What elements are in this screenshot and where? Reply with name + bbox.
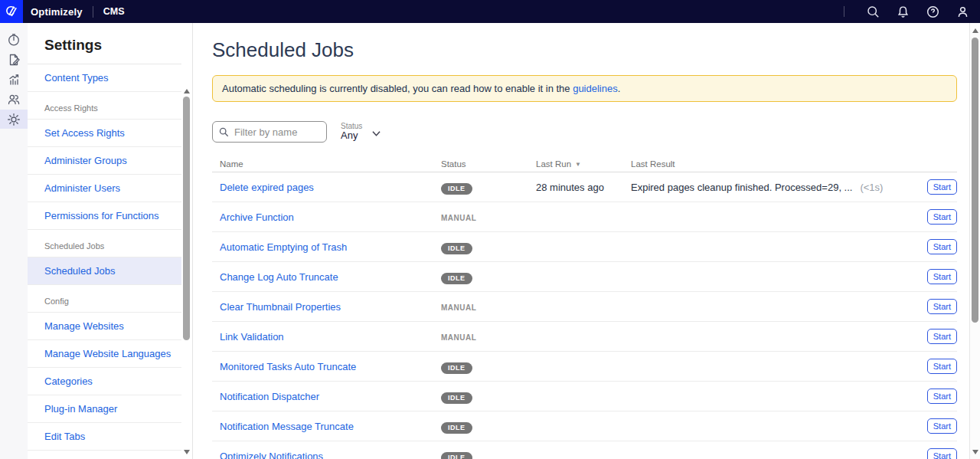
job-action-cell: Start — [903, 299, 957, 314]
brand-name: Optimizely — [31, 6, 83, 18]
profile-icon[interactable] — [952, 2, 972, 21]
job-name-link[interactable]: Delete expired pages — [220, 182, 314, 193]
job-name-link[interactable]: Automatic Emptying of Trash — [220, 241, 347, 253]
start-button[interactable]: Start — [927, 179, 957, 195]
topbar-separator — [844, 6, 844, 17]
sidebar-item-manage-website-languages[interactable]: Manage Website Languages — [28, 340, 181, 368]
sidebar-item-scheduled-jobs[interactable]: Scheduled Jobs — [28, 257, 181, 285]
page-scroll-down-arrow-icon[interactable] — [972, 450, 978, 454]
status-badge-idle: IDLE — [441, 422, 472, 434]
content-edit-icon[interactable] — [0, 50, 28, 69]
sidebar-item-permissions-for-functions[interactable]: Permissions for Functions — [28, 202, 181, 230]
start-button[interactable]: Start — [927, 389, 957, 404]
optimizely-logo-icon — [4, 4, 19, 19]
banner-suffix: . — [618, 83, 621, 94]
sidebar-section-config: Config — [28, 285, 181, 313]
topbar-divider — [93, 6, 93, 18]
job-action-cell: Start — [903, 179, 957, 195]
job-name-link[interactable]: Clear Thumbnail Properties — [220, 301, 341, 313]
sidebar-item-manage-websites[interactable]: Manage Websites — [28, 313, 181, 340]
job-last-result-cell: Expired pages cleanup finished. Processe… — [631, 180, 903, 194]
scroll-down-arrow-icon[interactable] — [184, 450, 190, 454]
job-name-link[interactable]: Notification Dispatcher — [220, 391, 319, 402]
column-header-last-run[interactable]: Last Run▼ — [536, 159, 631, 169]
job-action-cell: Start — [903, 209, 957, 225]
users-icon[interactable] — [0, 90, 28, 109]
sidebar-item-plug-in-manager[interactable]: Plug-in Manager — [28, 395, 181, 423]
notifications-icon[interactable] — [893, 2, 913, 21]
jobs-table-body: Delete expired pagesIDLE28 minutes agoEx… — [212, 172, 957, 459]
job-action-cell: Start — [903, 359, 957, 374]
settings-gear-icon[interactable] — [0, 110, 28, 129]
start-button[interactable]: Start — [927, 299, 957, 314]
column-header-last-result: Last Result — [631, 159, 903, 169]
job-name-link[interactable]: Monitored Tasks Auto Truncate — [220, 361, 356, 372]
guidelines-link[interactable]: guidelines — [573, 83, 618, 94]
optimizely-logo[interactable] — [0, 0, 23, 23]
job-row: Notification Message TruncateIDLEStart — [212, 411, 957, 441]
sidebar-item-administer-users[interactable]: Administer Users — [28, 175, 181, 202]
page-scroll-up-arrow-icon[interactable] — [972, 28, 978, 33]
sidebar-item-administer-groups[interactable]: Administer Groups — [28, 147, 181, 175]
sidebar-item-edit-tabs[interactable]: Edit Tabs — [28, 423, 181, 451]
job-name-link[interactable]: Optimizely Notifications — [220, 451, 323, 459]
job-status-cell: IDLE — [441, 389, 536, 404]
job-name-cell: Notification Message Truncate — [212, 419, 441, 433]
scroll-up-arrow-icon[interactable] — [184, 89, 190, 93]
job-name-cell: Archive Function — [212, 210, 441, 224]
sort-descending-icon: ▼ — [575, 161, 581, 168]
job-row: Monitored Tasks Auto TruncateIDLEStart — [212, 352, 957, 382]
status-badge-manual: MANUAL — [441, 214, 476, 222]
dashboard-icon[interactable] — [0, 30, 28, 49]
job-status-cell: MANUAL — [441, 300, 536, 313]
product-tab-cms[interactable]: CMS — [103, 6, 125, 17]
jobs-table-header: Name Status Last Run▼ Last Result — [212, 156, 957, 172]
job-name-cell: Delete expired pages — [212, 180, 441, 194]
start-button[interactable]: Start — [927, 329, 957, 344]
job-name-cell: Automatic Emptying of Trash — [212, 240, 441, 254]
icon-rail — [0, 23, 28, 459]
page-scrollbar[interactable] — [969, 23, 980, 459]
start-button[interactable]: Start — [927, 209, 957, 225]
start-button[interactable]: Start — [927, 269, 957, 284]
start-button[interactable]: Start — [927, 418, 957, 434]
status-badge-idle: IDLE — [441, 273, 472, 284]
start-button[interactable]: Start — [927, 239, 957, 254]
job-name-link[interactable]: Link Validation — [220, 331, 284, 343]
search-icon[interactable] — [863, 2, 883, 21]
sidebar-item-content-types[interactable]: Content Types — [28, 64, 181, 92]
job-last-run: 28 minutes ago — [536, 182, 631, 193]
help-icon[interactable] — [923, 2, 942, 21]
start-button[interactable]: Start — [927, 359, 957, 374]
topbar: Optimizely CMS — [0, 0, 980, 23]
job-name-link[interactable]: Change Log Auto Truncate — [220, 271, 338, 283]
page-scrollbar-thumb[interactable] — [972, 38, 978, 323]
page-title: Scheduled Jobs — [212, 38, 957, 62]
sidebar-title: Settings — [28, 23, 181, 64]
start-button[interactable]: Start — [927, 448, 957, 459]
column-header-status: Status — [441, 159, 536, 169]
sidebar-item-set-access-rights[interactable]: Set Access Rights — [28, 120, 181, 147]
job-row: Link ValidationMANUALStart — [212, 322, 957, 352]
sidebar-item-categories[interactable]: Categories — [28, 368, 181, 395]
job-name-link[interactable]: Notification Message Truncate — [220, 421, 354, 432]
jobs-toolbar: Status Any — [212, 121, 957, 143]
job-name-link[interactable]: Archive Function — [220, 211, 294, 223]
job-row: Automatic Emptying of TrashIDLEStart — [212, 232, 957, 262]
banner-text: Automatic scheduling is currently disabl… — [222, 83, 573, 94]
status-dropdown[interactable]: Status Any — [341, 122, 381, 142]
sidebar-section-scheduled-jobs: Scheduled Jobs — [28, 230, 181, 257]
job-action-cell: Start — [903, 389, 957, 404]
jobs-table: Name Status Last Run▼ Last Result Delete… — [212, 156, 957, 459]
filter-input[interactable] — [234, 126, 320, 138]
job-name-cell: Link Validation — [212, 329, 441, 343]
reports-icon[interactable] — [0, 70, 28, 89]
job-row: Change Log Auto TruncateIDLEStart — [212, 262, 957, 292]
status-badge-idle: IDLE — [441, 183, 472, 195]
sidebar-items: Content TypesAccess RightsSet Access Rig… — [28, 64, 181, 451]
status-badge-idle: IDLE — [441, 452, 472, 459]
job-status-cell: IDLE — [441, 359, 536, 374]
sidebar-scrollbar-thumb[interactable] — [183, 97, 190, 340]
job-name-cell: Optimizely Notifications — [212, 449, 441, 459]
sidebar-scrollbar[interactable] — [182, 87, 191, 459]
